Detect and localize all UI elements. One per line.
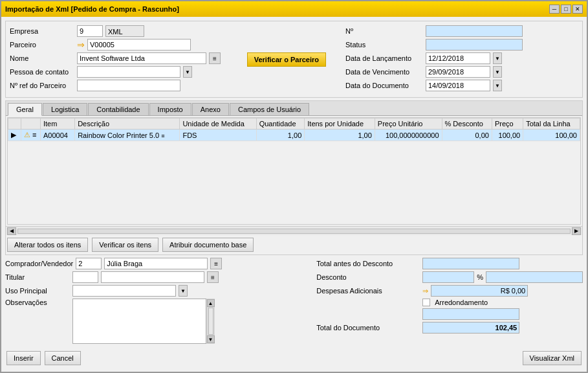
- tab-geral[interactable]: Geral: [8, 103, 42, 116]
- action-buttons-bar: Alterar todos os itens Verificar os iten…: [6, 235, 582, 254]
- nome-label: Nome: [10, 54, 74, 62]
- status-row: Status: [345, 39, 578, 51]
- nref-parceiro-row: Nº ref do Parceiro: [10, 80, 228, 91]
- titular-label: Titular: [5, 273, 70, 281]
- obs-scroll-down[interactable]: ▼: [207, 335, 215, 343]
- desconto-label: Desconto: [316, 273, 420, 281]
- tab-logistica[interactable]: Logistica: [43, 103, 87, 115]
- data-documento-dropdown[interactable]: ▼: [493, 80, 502, 91]
- data-lancamento-input[interactable]: [426, 52, 490, 64]
- tabs-section: Geral Logistica Contabilidade Imposto An…: [5, 100, 583, 255]
- desconto-input[interactable]: [422, 271, 474, 283]
- cancel-button[interactable]: Cancel: [45, 351, 81, 365]
- close-button[interactable]: ✕: [572, 5, 583, 14]
- pessoa-contato-input[interactable]: [77, 66, 180, 78]
- minimize-button[interactable]: ─: [549, 5, 560, 14]
- cell-unidade: FDS: [180, 130, 256, 141]
- scroll-track[interactable]: [17, 229, 571, 234]
- col-header-preco: Preço: [492, 119, 523, 130]
- col-header-descricao: Descrição: [75, 119, 180, 130]
- titular-name-input[interactable]: [101, 271, 204, 283]
- uso-principal-input[interactable]: [72, 285, 176, 297]
- observacoes-label: Observações: [5, 299, 70, 306]
- total-documento-row: Total do Documento: [316, 322, 583, 333]
- data-lancamento-row: Data de Lançamento ▼: [345, 52, 578, 64]
- horizontal-scrollbar[interactable]: ◀ ▶: [6, 226, 582, 235]
- uso-principal-dropdown[interactable]: ▼: [179, 285, 188, 297]
- obs-scroll-track[interactable]: [208, 308, 213, 335]
- verificar-itens-button[interactable]: Verificar os itens: [92, 238, 158, 252]
- empresa-label: Empresa: [10, 27, 74, 35]
- items-table-wrapper[interactable]: Item Descrição Unidade de Medida Quantid…: [7, 117, 581, 225]
- col-header-quantidade: Quantidade: [256, 119, 305, 130]
- nome-row: Nome ≡: [10, 52, 228, 64]
- row-warning-icon: ⚠: [24, 131, 30, 139]
- empresa-xml: XML: [105, 25, 144, 37]
- window-title: Importação de Xml [Pedido de Compra - Ra…: [5, 5, 179, 13]
- titular-menu-icon[interactable]: ≡: [207, 271, 219, 283]
- obs-scroll-up[interactable]: ▲: [207, 299, 215, 307]
- scroll-right-btn[interactable]: ▶: [572, 227, 581, 235]
- cell-itens-unidade: 1,00: [305, 130, 375, 141]
- alterar-todos-button[interactable]: Alterar todos os itens: [7, 238, 88, 252]
- verificar-parceiro-container: Verificar o Parceiro: [234, 25, 339, 93]
- footer-left-buttons: Inserir Cancel: [6, 351, 81, 365]
- nref-parceiro-label: Nº ref do Parceiro: [10, 82, 74, 89]
- nome-input[interactable]: [77, 52, 206, 64]
- top-form-section: Empresa XML Parceiro ⇒ Nome ≡: [5, 21, 583, 98]
- total-antes-desconto-input[interactable]: [422, 258, 519, 269]
- pessoa-contato-dropdown[interactable]: ▼: [183, 66, 192, 78]
- empty-totals-input[interactable]: [422, 308, 519, 320]
- main-window: Importação de Xml [Pedido de Compra - Ra…: [0, 0, 588, 373]
- table-row[interactable]: ▶ ⚠ ≡ A00004 Rainbow Color Printer 5.0 ≡…: [8, 130, 580, 141]
- table-header-row: Item Descrição Unidade de Medida Quantid…: [8, 119, 580, 130]
- observacoes-textarea[interactable]: [72, 299, 215, 344]
- uso-principal-label: Uso Principal: [5, 287, 70, 295]
- col-header-desconto: % Desconto: [442, 119, 492, 130]
- titular-num-input[interactable]: [72, 271, 98, 283]
- comprador-num-input[interactable]: [76, 258, 102, 269]
- inserir-button[interactable]: Inserir: [6, 351, 41, 365]
- visualizar-xml-button[interactable]: Visualizar Xml: [523, 351, 582, 365]
- total-antes-desconto-row: Total antes do Desconto: [316, 258, 583, 269]
- comprador-name-input[interactable]: [104, 258, 208, 269]
- total-documento-input[interactable]: [422, 322, 519, 333]
- cell-preco-unitario: 100,0000000000: [375, 130, 442, 141]
- status-input[interactable]: [426, 39, 523, 51]
- scroll-left-btn[interactable]: ◀: [7, 227, 16, 235]
- right-form: Nº Status Data de Lançamento ▼ Data de V…: [345, 25, 578, 93]
- data-documento-input[interactable]: [426, 80, 490, 91]
- data-vencimento-label: Data de Vencimento: [345, 68, 423, 76]
- data-lancamento-dropdown[interactable]: ▼: [493, 52, 502, 64]
- col-header-item-code: Item: [41, 119, 75, 130]
- total-antes-desconto-label: Total antes do Desconto: [316, 260, 420, 267]
- atribuir-doc-base-button[interactable]: Atribuir documento base: [162, 238, 254, 252]
- despesas-input[interactable]: [431, 285, 528, 297]
- desconto-value-input[interactable]: [486, 271, 583, 283]
- status-label: Status: [345, 41, 423, 49]
- tab-campos-usuario[interactable]: Campos de Usuário: [230, 103, 309, 115]
- cell-desc-icon: ≡: [161, 133, 164, 139]
- parceiro-row: Parceiro ⇒: [10, 39, 228, 51]
- title-bar: Importação de Xml [Pedido de Compra - Ra…: [1, 1, 587, 17]
- observacoes-container: ▲ ▼: [72, 299, 215, 344]
- parceiro-input[interactable]: [87, 39, 191, 51]
- col-header-itens-unidade: Itens por Unidade: [305, 119, 375, 130]
- maximize-button[interactable]: □: [561, 5, 571, 14]
- empresa-row: Empresa XML: [10, 25, 228, 37]
- comprador-menu-icon[interactable]: ≡: [210, 258, 222, 269]
- nref-parceiro-input[interactable]: [77, 80, 180, 91]
- numero-input[interactable]: [426, 25, 523, 37]
- tab-anexo[interactable]: Anexo: [192, 103, 229, 115]
- pessoa-contato-label: Pessoa de contato: [10, 68, 74, 76]
- tab-contabilidade[interactable]: Contabilidade: [88, 103, 148, 115]
- data-vencimento-input[interactable]: [426, 66, 490, 78]
- empresa-input[interactable]: [77, 25, 103, 37]
- tab-imposto[interactable]: Imposto: [149, 103, 191, 115]
- despesas-arrow-icon: ⇒: [422, 287, 428, 295]
- arredondamento-checkbox[interactable]: [422, 299, 430, 306]
- verificar-parceiro-button[interactable]: Verificar o Parceiro: [247, 52, 326, 67]
- data-vencimento-dropdown[interactable]: ▼: [493, 66, 502, 78]
- uso-principal-row: Uso Principal ▼: [5, 285, 310, 297]
- nome-menu-icon[interactable]: ≡: [209, 52, 221, 64]
